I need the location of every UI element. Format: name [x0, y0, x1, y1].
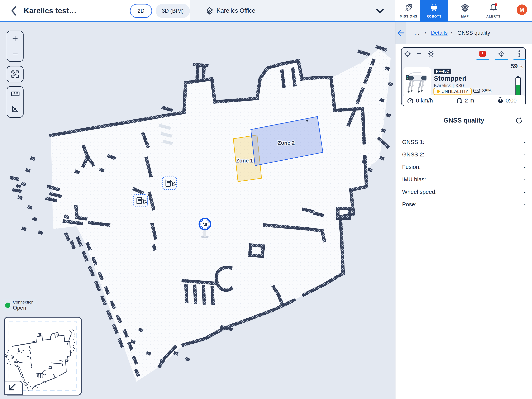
locate-robot-button[interactable] — [404, 51, 411, 57]
stat-time-value: 0:00 — [506, 97, 517, 104]
map-layers-icon — [461, 3, 469, 12]
connection-value: Open — [13, 305, 26, 311]
gnss-row-label: Fusion: — [402, 164, 421, 170]
status-dot — [437, 90, 440, 93]
breadcrumb-ellipsis[interactable]: … — [414, 30, 420, 36]
bell-icon — [489, 3, 498, 12]
measure-tools — [7, 86, 24, 118]
details-panel: … › Details › GNSS quality ! — [395, 22, 532, 399]
zoom-in-button[interactable]: + — [12, 34, 18, 44]
gnss-table: GNSS 1:- GNSS 2:- Fusion:- IMU bias:- Wh… — [402, 136, 526, 211]
robot-icon — [430, 3, 438, 12]
tab-underline — [495, 59, 508, 60]
gnss-row-value: - — [524, 189, 526, 195]
robot-model-badge: FF-45C — [434, 69, 451, 74]
controller-battery: 38% — [473, 88, 492, 94]
robot-card[interactable]: ! — [401, 47, 526, 106]
minimize-card-button[interactable] — [416, 51, 423, 57]
view-toggle-3d-bim[interactable]: 3D (BIM) — [156, 4, 190, 18]
battery-fill — [516, 85, 520, 95]
battery-percent: 59 % — [499, 62, 523, 70]
gnss-row-label: IMU bias: — [402, 176, 426, 183]
connection-status: Connection Open — [2, 299, 37, 312]
nav-tab-alerts[interactable]: ALERTS — [482, 0, 505, 21]
minimap-collapse-button[interactable] — [5, 381, 22, 395]
gnss-row-label: Wheel speed: — [402, 189, 437, 195]
gnss-row-label: Pose: — [402, 201, 417, 208]
zoom-out-button[interactable]: − — [12, 49, 18, 59]
map-canvas[interactable]: Zone 1 Zone 2 — [0, 22, 395, 399]
stat-speed-value: 0 km/h — [416, 97, 433, 104]
breadcrumb: … › Details › GNSS quality — [395, 22, 532, 44]
stat-speed: 0 km/h — [407, 97, 433, 104]
stat-time: 0:00 — [498, 97, 517, 104]
gnss-section-title: GNSS quality — [395, 117, 532, 124]
stopwatch-icon — [498, 97, 503, 104]
gnss-row-label: GNSS 2: — [402, 151, 424, 158]
tab-underline — [476, 59, 489, 60]
gnss-row: GNSS 1:- — [402, 136, 526, 148]
page-title: Karelics test… — [24, 6, 76, 15]
gamepad-icon — [473, 88, 480, 93]
gnss-row-value: - — [524, 151, 526, 158]
refresh-button[interactable] — [515, 117, 523, 125]
rocket-icon — [404, 3, 413, 12]
gps-tab[interactable] — [498, 51, 505, 57]
angle-set-square-icon[interactable] — [11, 105, 19, 113]
nav-label-robots: ROBOTS — [426, 15, 442, 18]
robot-legs-back — [412, 80, 424, 90]
gnss-row: Wheel speed:- — [402, 186, 526, 198]
site-selector-label: Karelics Office — [216, 7, 255, 14]
gnss-row-value: - — [524, 164, 526, 170]
zone-1-label: Zone 1 — [236, 158, 253, 164]
battery-cap — [517, 76, 519, 77]
more-menu-tab[interactable] — [516, 51, 523, 57]
app-window: { "header": { "title": "Karelics test…",… — [0, 0, 532, 399]
status-text: UNHEALTHY — [442, 89, 468, 94]
refresh-icon — [515, 117, 523, 125]
focus-scan-icon — [11, 70, 19, 78]
speedometer-icon — [407, 97, 414, 104]
gnss-row: Pose:- — [402, 198, 526, 211]
gnss-row-value: - — [524, 176, 526, 183]
connection-label: Connection — [13, 300, 33, 304]
top-header: Karelics test… 2D 3D (BIM) Karelics Offi… — [0, 0, 532, 22]
gnss-row: GNSS 2:- — [402, 148, 526, 161]
minimap[interactable] — [4, 317, 81, 395]
breadcrumb-link-details[interactable]: Details — [431, 30, 448, 36]
view-toggle-2d[interactable]: 2D — [130, 4, 152, 18]
back-button[interactable] — [9, 6, 19, 16]
battery-icon — [515, 77, 521, 96]
site-selector[interactable]: Karelics Office — [190, 0, 395, 21]
tab-underline — [513, 59, 526, 60]
health-status-badge: UNHEALTHY — [433, 88, 472, 95]
breadcrumb-separator: › — [425, 30, 426, 36]
layers-icon — [205, 7, 214, 15]
chevron-left-icon — [12, 7, 16, 15]
nav-tab-missions[interactable]: MISSIONS — [397, 0, 420, 21]
nav-tab-robots[interactable]: ROBOTS — [420, 0, 448, 21]
panel-back-button[interactable] — [395, 22, 406, 44]
ruler-icon[interactable] — [11, 91, 20, 97]
alert-tab[interactable]: ! — [479, 51, 486, 57]
bug-debug-button[interactable] — [428, 51, 434, 57]
nav-label-map: MAP — [461, 15, 469, 18]
gnss-row: IMU bias:- — [402, 173, 526, 186]
occupancy-grid-map: Zone 1 Zone 2 — [0, 22, 395, 399]
gnss-row-label: GNSS 1: — [402, 139, 424, 145]
gnss-row-value: - — [524, 201, 526, 208]
stat-distance: 2 m — [456, 97, 474, 104]
recenter-button[interactable] — [7, 66, 24, 82]
nav-tab-map[interactable]: MAP — [454, 0, 476, 21]
nav-label-missions: MISSIONS — [400, 15, 417, 18]
breadcrumb-separator: › — [451, 30, 453, 36]
robot-legs-front — [408, 80, 421, 91]
map-dot — [306, 120, 308, 122]
robot-photo — [404, 67, 431, 96]
zoom-control: + − — [7, 31, 24, 62]
avatar[interactable]: M — [517, 5, 527, 15]
notification-dot — [495, 3, 497, 6]
zone-2-label: Zone 2 — [278, 140, 295, 146]
gnss-row: Fusion:- — [402, 161, 526, 173]
arrow-left-icon — [397, 30, 405, 36]
